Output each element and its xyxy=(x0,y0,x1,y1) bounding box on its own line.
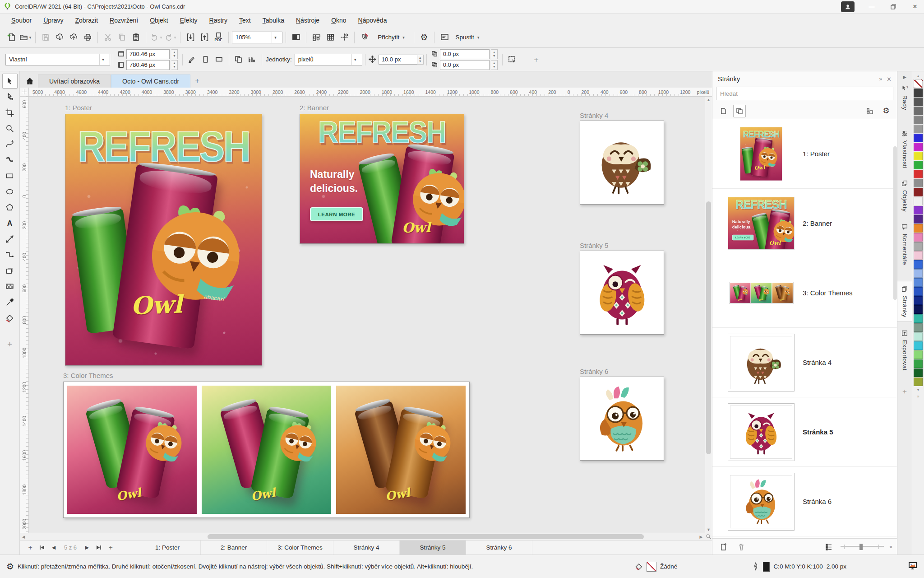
show-rulers-button[interactable] xyxy=(310,30,323,45)
menu-text[interactable]: Text xyxy=(233,15,257,26)
color-swatch[interactable] xyxy=(914,107,923,115)
color-swatch[interactable] xyxy=(914,314,923,323)
dimension-tool[interactable] xyxy=(2,232,18,247)
color-swatch[interactable] xyxy=(914,143,923,151)
thumbnail-size-slider[interactable] xyxy=(841,544,884,550)
color-swatch[interactable] xyxy=(914,179,923,187)
artistic-media-tool[interactable] xyxy=(2,153,18,168)
menu-objekt[interactable]: Objekt xyxy=(144,15,174,26)
page-width-spinner[interactable]: ▲▼ xyxy=(171,49,178,59)
color-swatch[interactable] xyxy=(914,323,923,332)
color-swatch[interactable] xyxy=(914,224,923,233)
menu-napoveda[interactable]: Nápověda xyxy=(352,15,393,26)
duplicate-x-field[interactable]: 0.0 px xyxy=(440,49,490,59)
connector-tool[interactable] xyxy=(2,247,18,262)
list-view-icon[interactable] xyxy=(822,541,835,553)
status-gear-icon[interactable]: ⚙ xyxy=(6,561,14,572)
rectangle-tool[interactable] xyxy=(2,168,18,183)
add-page-after-button[interactable]: ＋ xyxy=(105,541,116,555)
zoom-level-select[interactable]: 105%▾ xyxy=(232,32,282,43)
artboard-banner[interactable]: REFRESH Naturallydelicious. LEARN MORE O… xyxy=(300,114,464,244)
duplicate-x-spinner[interactable]: ▲▼ xyxy=(491,49,498,59)
snap-to-dropdown[interactable]: Přichytit▾ xyxy=(372,30,411,45)
artboard-poster[interactable]: REFRESH Owl abacaxi xyxy=(65,114,262,366)
docker-close-icon[interactable]: ✕ xyxy=(887,76,892,83)
color-swatch[interactable] xyxy=(914,350,923,359)
menu-rastry[interactable]: Rastry xyxy=(203,15,233,26)
palette-more-icon[interactable]: » xyxy=(917,393,919,400)
interactive-fill-tool[interactable] xyxy=(2,311,18,326)
current-page-button[interactable] xyxy=(245,52,259,67)
add-page-before-button[interactable]: ＋ xyxy=(24,541,36,555)
propbar-customize-button[interactable]: ＋ xyxy=(530,52,543,67)
color-swatch[interactable] xyxy=(914,152,923,160)
docker-search-box[interactable] xyxy=(716,87,893,100)
page-tab-4[interactable]: Stránky 4 xyxy=(333,541,400,555)
docker-tab-exportovat[interactable]: Exportovat xyxy=(897,326,912,375)
cloud-download-button[interactable] xyxy=(53,30,66,45)
options-gear-button[interactable]: ⚙ xyxy=(417,30,431,45)
color-swatch[interactable] xyxy=(914,305,923,314)
delete-page-icon[interactable] xyxy=(735,541,748,553)
page-tab-2[interactable]: 2: Banner xyxy=(201,541,267,555)
page-tab-6[interactable]: Stránky 6 xyxy=(466,541,532,555)
docker-options-gear-icon[interactable]: ⚙ xyxy=(880,105,892,117)
page-list-item-6[interactable]: Stránka 6 xyxy=(712,467,897,536)
show-guidelines-button[interactable] xyxy=(337,30,351,45)
new-document-tab-button[interactable]: ＋ xyxy=(190,75,204,88)
tab-active-document[interactable]: Octo - Owl Cans.cdr xyxy=(111,75,190,88)
cloud-upload-button[interactable] xyxy=(67,30,80,45)
menu-soubor[interactable]: Soubor xyxy=(5,15,37,26)
first-page-button[interactable] xyxy=(36,541,48,555)
artboard-color-themes[interactable]: Owl Owl xyxy=(63,382,470,518)
single-page-view-icon[interactable] xyxy=(717,105,730,117)
menu-efekty[interactable]: Efekty xyxy=(174,15,203,26)
collapse-dockers-icon[interactable]: ▶ xyxy=(903,73,906,81)
palette-scroll-down-icon[interactable]: ▾ xyxy=(917,387,919,393)
freehand-tool[interactable] xyxy=(2,137,18,152)
color-swatch[interactable] xyxy=(914,125,923,133)
page-tab-5[interactable]: Stránky 5 xyxy=(400,541,466,555)
color-swatch[interactable] xyxy=(914,188,923,196)
artboard-page6[interactable] xyxy=(580,377,664,461)
menu-upravy[interactable]: Úpravy xyxy=(37,15,69,26)
tab-welcome-screen[interactable]: Uvítací obrazovka xyxy=(38,75,111,88)
color-swatch[interactable] xyxy=(914,341,923,350)
horizontal-scroll-thumb[interactable] xyxy=(208,534,644,539)
page-list-item-5[interactable]: Stránka 5 xyxy=(712,397,897,467)
zoom-corner-icon[interactable] xyxy=(705,534,712,540)
nudge-spinner[interactable]: ▲▼ xyxy=(417,55,424,65)
page-width-field[interactable]: 780.46 px xyxy=(126,49,170,59)
duplicate-y-field[interactable]: 0.0 px xyxy=(440,60,490,70)
color-swatch[interactable] xyxy=(914,233,923,242)
page-preset-select[interactable]: Vlastní▾ xyxy=(5,54,110,65)
artboard-page4[interactable] xyxy=(580,121,664,205)
page-tab-1[interactable]: 1: Poster xyxy=(134,541,201,555)
menu-rozvrzeni[interactable]: Rozvržení xyxy=(104,15,144,26)
fill-status[interactable]: Žádné xyxy=(635,562,677,572)
vertical-scroll-thumb[interactable] xyxy=(706,201,711,454)
open-button[interactable]: ▾ xyxy=(18,30,32,45)
palette-scroll-up-icon[interactable]: ▴ xyxy=(917,73,919,79)
restore-button[interactable] xyxy=(884,0,902,14)
publish-pdf-button[interactable]: PDF xyxy=(212,30,225,45)
artboard-page5[interactable] xyxy=(580,251,664,335)
export-button[interactable] xyxy=(198,30,211,45)
page-height-field[interactable]: 780.46 px xyxy=(126,60,170,70)
docker-tab-rady[interactable]: ? Rady xyxy=(897,81,912,114)
color-swatch[interactable] xyxy=(914,98,923,106)
color-swatch[interactable] xyxy=(914,116,923,124)
color-swatch[interactable] xyxy=(914,296,923,305)
eyedropper-tool[interactable] xyxy=(2,295,18,310)
new-document-button[interactable] xyxy=(5,30,18,45)
color-swatch[interactable] xyxy=(914,359,923,368)
toolbox-customize-button[interactable]: ＋ xyxy=(2,336,18,351)
menu-okno[interactable]: Okno xyxy=(325,15,352,26)
ellipse-tool[interactable] xyxy=(2,184,18,199)
docker-bottom-more-icon[interactable]: » xyxy=(889,544,892,550)
drawing-canvas[interactable]: 1: Poster REFRESH Owl abacaxi 2: Banner xyxy=(29,97,705,533)
units-select[interactable]: pixelů▾ xyxy=(295,54,362,65)
color-swatch[interactable] xyxy=(914,378,923,386)
page-height-spinner[interactable]: ▲▼ xyxy=(171,60,178,70)
docker-tab-komentare[interactable]: Komentáře xyxy=(897,219,912,269)
